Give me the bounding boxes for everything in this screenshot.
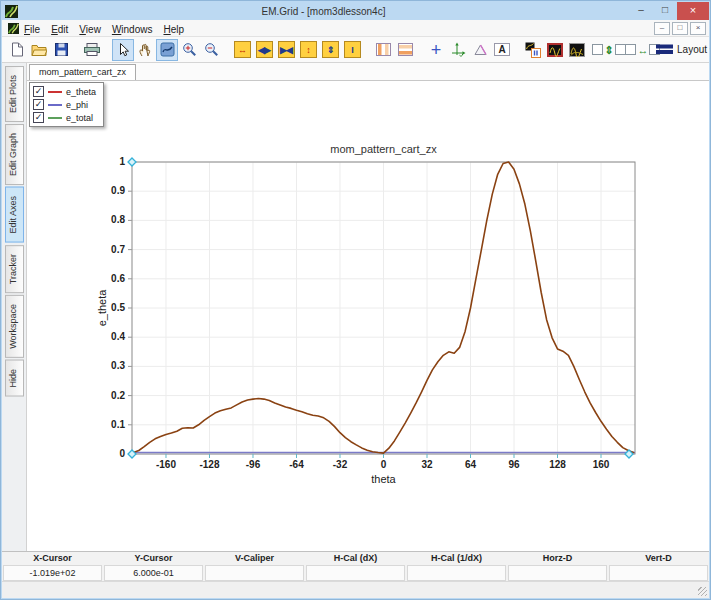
- layout-icon: [656, 44, 673, 55]
- app-window: EM.Grid - [mom3dlesson4c] – □ × FileEdit…: [0, 0, 711, 600]
- legend-checkbox-e_phi[interactable]: ✓: [33, 99, 44, 110]
- menu-view[interactable]: View: [79, 24, 101, 35]
- maximize-button[interactable]: □: [653, 2, 677, 20]
- y-tick-label: 1: [119, 156, 125, 167]
- tracker-header-h-cal-1-dx-: H-Cal (1/dX): [406, 552, 507, 565]
- sidebar-tab-hide[interactable]: Hide: [5, 360, 24, 397]
- sidebar-tab-workspace[interactable]: Workspace: [5, 295, 24, 358]
- document-logo-icon: [8, 23, 19, 34]
- legend-swatch-e_theta: [48, 91, 62, 93]
- menu-help[interactable]: Help: [163, 24, 184, 35]
- slope-tool-button[interactable]: [469, 39, 491, 61]
- plot-edit-icon: [525, 42, 541, 58]
- open-file-button[interactable]: [28, 39, 50, 61]
- status-bar: [2, 581, 709, 598]
- dark-plot-button[interactable]: [544, 39, 566, 61]
- menu-file[interactable]: File: [24, 24, 40, 35]
- window-title: EM.Grid - [mom3dlesson4c]: [18, 6, 629, 17]
- save-button[interactable]: [50, 39, 72, 61]
- legend-item-e_total: ✓e_total: [33, 111, 96, 124]
- tracker-header-h-cal-dx-: H-Cal (dX): [305, 552, 406, 565]
- mdi-window-controls: –□×: [654, 22, 706, 35]
- sidebar-tab-edit-axes[interactable]: Edit Axes: [5, 187, 24, 243]
- tracker-header-v-caliper: V-Caliper: [204, 552, 305, 565]
- x-tick-label: -128: [199, 459, 219, 470]
- tracker-value-0: -1.019e+02: [3, 565, 102, 581]
- horizontal-panels-icon: [398, 43, 413, 56]
- tracker-value-4: [407, 565, 506, 581]
- pan-tool-button[interactable]: [134, 39, 156, 61]
- minimize-button[interactable]: –: [629, 2, 653, 20]
- zoom-out-icon: [204, 42, 219, 57]
- mdi-close-button[interactable]: ×: [690, 22, 706, 35]
- print-button[interactable]: [81, 39, 103, 61]
- x-tick-label: 96: [508, 459, 520, 470]
- menu-edit[interactable]: Edit: [51, 24, 68, 35]
- fit-width-button[interactable]: ↔: [231, 39, 253, 61]
- new-file-button[interactable]: [6, 39, 28, 61]
- y-tick-label: 0.1: [111, 419, 125, 430]
- mdi-restore-button[interactable]: □: [672, 22, 688, 35]
- horizontal-panels-button[interactable]: [394, 39, 416, 61]
- tracker-header-x-cursor: X-Cursor: [2, 552, 103, 565]
- document-tab[interactable]: mom_pattern_cart_zx: [29, 64, 136, 80]
- layout-dropdown[interactable]: Layout▾: [665, 39, 705, 61]
- new-file-icon: [11, 42, 24, 57]
- y-tick-label: 0.4: [111, 331, 125, 342]
- x-tick-label: -160: [156, 459, 176, 470]
- expand-horizontal-icon: ▶◀: [278, 41, 295, 58]
- x-axis-label: theta: [371, 473, 396, 485]
- compress-vertical-button[interactable]: ⇕: [319, 39, 341, 61]
- tracker-headers: X-CursorY-CursorV-CaliperH-Cal (dX)H-Cal…: [2, 552, 709, 565]
- expand-vertical-button[interactable]: I: [341, 39, 363, 61]
- legend-checkbox-e_theta[interactable]: ✓: [33, 86, 44, 97]
- sidebar-tab-tracker[interactable]: Tracker: [5, 245, 24, 293]
- sidebar-tab-edit-plots[interactable]: Edit Plots: [5, 66, 24, 122]
- horizontal-scale-group[interactable]: ↔: [630, 39, 655, 61]
- y-tick-label: 0: [119, 448, 125, 459]
- dark-plot-icon: [547, 43, 563, 57]
- hand-icon: [138, 43, 152, 57]
- select-tool-button[interactable]: [112, 39, 134, 61]
- x-tick-label: 160: [593, 459, 610, 470]
- edit-plot-button[interactable]: [522, 39, 544, 61]
- open-folder-icon: [31, 43, 47, 56]
- text-tool-button[interactable]: A: [491, 39, 513, 61]
- menu-items: FileEditViewWindowsHelp: [24, 19, 195, 37]
- compress-horizontal-button[interactable]: ◀▶: [253, 39, 275, 61]
- zoom-window-button[interactable]: [156, 39, 178, 61]
- tracker-value-1: 6.000e-01: [104, 565, 203, 581]
- expand-horizontal-button[interactable]: ▶◀: [275, 39, 297, 61]
- expand-vertical-icon: I: [344, 41, 361, 58]
- menu-windows[interactable]: Windows: [112, 24, 153, 35]
- crosshair-icon: +: [431, 43, 442, 57]
- legend-label-e_phi: e_phi: [66, 100, 88, 110]
- add-marker-button[interactable]: +: [425, 39, 447, 61]
- dark-plots-button[interactable]: [566, 39, 588, 61]
- legend-checkbox-e_total[interactable]: ✓: [33, 112, 44, 123]
- y-axis-label: e_theta: [96, 289, 108, 327]
- document-area: mom_pattern_cart_zx ✓e_theta✓e_phi✓e_tot…: [27, 63, 709, 551]
- fit-height-button[interactable]: ↕: [297, 39, 319, 61]
- title-bar[interactable]: EM.Grid - [mom3dlesson4c] – □ ×: [2, 2, 709, 20]
- tracker-header-horz-d: Horz-D: [507, 552, 608, 565]
- compress-horizontal-icon: ◀▶: [256, 41, 273, 58]
- vertical-scale-group[interactable]: ⇕: [597, 39, 621, 61]
- tracker-header-vert-d: Vert-D: [608, 552, 709, 565]
- legend-box: ✓e_theta✓e_phi✓e_total: [29, 82, 104, 127]
- y-tick-label: 0.6: [111, 273, 125, 284]
- axes-tool-button[interactable]: [447, 39, 469, 61]
- mdi-minimize-button[interactable]: –: [654, 22, 670, 35]
- save-icon: [55, 43, 68, 56]
- close-button[interactable]: ×: [677, 2, 709, 20]
- resize-grip[interactable]: [698, 587, 707, 596]
- menu-bar: FileEditViewWindowsHelp –□×: [2, 20, 709, 37]
- chart-svg: -160-128-96-64-32032649612816000.10.20.3…: [27, 80, 709, 500]
- axis-handle[interactable]: [128, 158, 136, 166]
- fit-height-icon: ↕: [300, 41, 317, 58]
- sidebar-tab-edit-graph[interactable]: Edit Graph: [5, 124, 24, 185]
- zoom-out-button[interactable]: [200, 39, 222, 61]
- zoom-in-button[interactable]: [178, 39, 200, 61]
- vertical-panels-button[interactable]: [372, 39, 394, 61]
- x-tick-label: -64: [289, 459, 304, 470]
